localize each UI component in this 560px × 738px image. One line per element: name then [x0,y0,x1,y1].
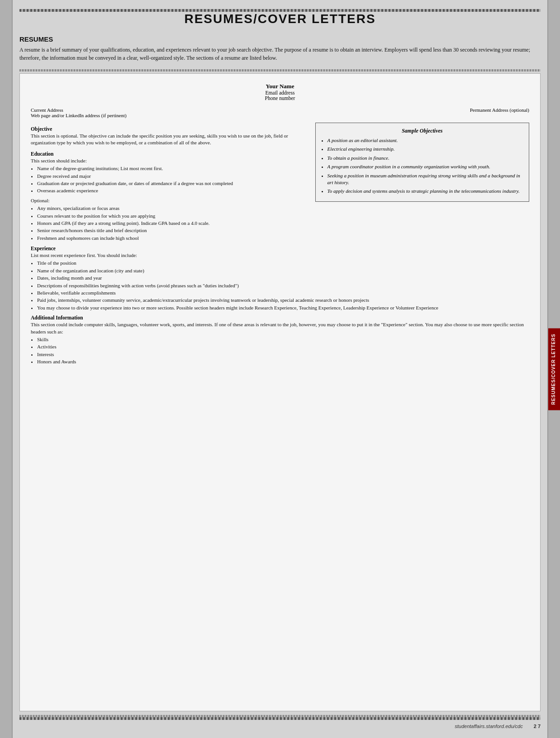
education-items: Name of the degree-granting institutions… [31,165,308,195]
experience-intro: List most recent experience first. You s… [31,252,529,259]
resume-header: Your Name Email address Phone number [31,83,529,101]
list-item: You may choose to divide your experience… [37,305,529,311]
doc-top-border [19,69,541,71]
list-item: Degree received and major [37,173,308,180]
experience-section: Experience List most recent experience f… [31,246,529,311]
list-item: Paid jobs, internships, volunteer commun… [37,297,529,304]
right-tab: RESUMES/COVER LETTERS [548,328,560,410]
list-item: Overseas academic experience [37,187,308,194]
address-right: Permanent Address (optional) [470,107,529,118]
list-item: Title of the position [37,260,529,267]
list-item: A position as an editorial assistant. [327,137,523,144]
list-item: Courses relevant to the position for whi… [37,213,308,219]
resume-document: Your Name Email address Phone number Cur… [19,73,541,711]
list-item: Senior research/honors thesis title and … [37,227,308,234]
sample-objectives-column: Sample Objectives A position as an edito… [315,123,529,242]
list-item: Freshmen and sophomores can include high… [37,235,308,242]
list-item: To obtain a position in finance. [327,155,523,162]
list-item: Seeking a position in museum administrat… [327,172,523,186]
list-item: Skills [37,336,529,343]
list-item: Any minors, specialization or focus area… [37,205,308,212]
permanent-address: Permanent Address (optional) [470,107,529,113]
list-item: Graduation date or projected graduation … [37,180,308,187]
address-row: Current Address Web page and/or LinkedIn… [31,107,529,118]
list-item: To apply decision and systems analysis t… [327,188,523,195]
email-label: Email address [31,90,529,95]
main-content: RESUMES/COVER LETTERS RESUMES A resume i… [13,0,547,738]
experience-items: Title of the positionName of the organiz… [31,260,529,311]
list-item: Descriptions of responsibilities beginni… [37,282,529,289]
additional-text: This section could include computer skil… [31,321,529,335]
footer-url: studentaffairs.stanford.edu/cdc [455,724,522,729]
education-title: Education [31,151,308,157]
additional-items: SkillsActivitiesInterestsHonors and Awar… [31,336,529,366]
optional-label: Optional: [31,197,308,204]
section-heading: RESUMES [19,35,541,43]
sample-objectives-box: Sample Objectives A position as an edito… [315,123,529,202]
objective-text: This section is optional. The objective … [31,133,308,147]
list-item: Name of the organization and location (c… [37,267,529,274]
additional-section: Additional Information This section coul… [31,315,529,365]
your-name-label: Your Name [31,83,529,90]
list-item: Interests [37,351,529,358]
optional-items: Any minors, specialization or focus area… [31,205,308,242]
experience-title: Experience [31,246,529,251]
objective-title: Objective [31,126,308,132]
list-item: Honors and GPA (if they are a strong sel… [37,220,308,227]
address-left: Current Address Web page and/or LinkedIn… [31,107,127,118]
objective-left: Objective This section is optional. The … [31,123,308,242]
list-item: Name of the degree-granting institutions… [37,165,308,172]
objective-section: Objective This section is optional. The … [31,123,529,242]
list-item: Honors and Awards [37,358,529,365]
sample-objectives-title: Sample Objectives [321,128,523,134]
right-border: RESUMES/COVER LETTERS [547,0,560,738]
intro-text: A resume is a brief summary of your qual… [19,46,541,62]
additional-title: Additional Information [31,315,529,320]
list-item: Believable, verifiable accomplishments [37,290,529,296]
bottom-decorative-border [19,717,541,720]
education-intro: This section should include: [31,157,308,164]
list-item: Activities [37,343,529,350]
page-title: RESUMES/COVER LETTERS [19,12,541,26]
list-item: Electrical engineering internship. [327,146,523,152]
phone-label: Phone number [31,95,529,101]
list-item: A program coordinator position in a comm… [327,163,523,170]
footer-page: 2 7 [534,724,541,729]
web-address: Web page and/or LinkedIn address (if per… [31,113,127,118]
list-item: Dates, including month and year [37,275,529,281]
current-address: Current Address [31,107,127,113]
footer: studentaffairs.stanford.edu/cdc 2 7 [19,724,541,729]
left-border [0,0,13,738]
